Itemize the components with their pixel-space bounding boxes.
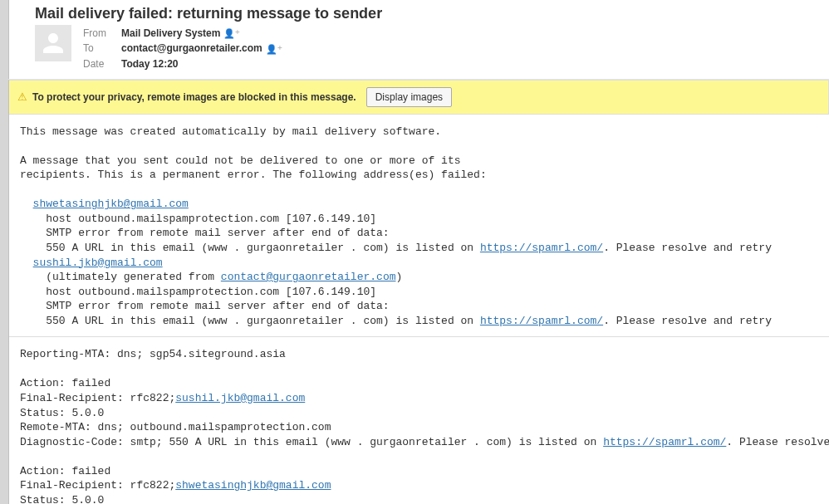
failure-err-post-2: . Please resolve and retry [603, 315, 772, 327]
date-value: Today 12:20 [121, 57, 289, 71]
avatar [35, 25, 71, 61]
failed-address-link-1[interactable]: shwetasinghjkb@gmail.com [33, 198, 189, 210]
report-diag-pre-1: Diagnostic-Code: smtp; 550 A URL in this… [20, 436, 603, 448]
report-status-2: Status: 5.0.0 [20, 494, 104, 504]
report-recip-link-2[interactable]: shwetasinghjkb@gmail.com [175, 479, 331, 492]
from-label: From [83, 27, 120, 40]
failure-smtp-2: SMTP error from remote mail server after… [20, 300, 390, 312]
body-intro-2: A message that you sent could not be del… [20, 154, 461, 167]
spamrl-link-1[interactable]: https://spamrl.com/ [480, 242, 603, 254]
message-subject: Mail delivery failed: returning message … [35, 5, 817, 22]
report-status-1: Status: 5.0.0 [20, 407, 104, 419]
failure-host-2: host outbound.mailspamprotection.com [10… [20, 286, 376, 298]
failure-gen-pre-2: (ultimately generated from [20, 271, 221, 283]
to-value: contact@gurgaonretailer.com👤⁺ [121, 42, 289, 55]
privacy-text: To protect your privacy, remote images a… [32, 91, 356, 103]
to-label: To [83, 42, 120, 55]
failed-address-link-2[interactable]: sushil.jkb@gmail.com [33, 257, 163, 269]
reporting-mta: Reporting-MTA: dns; sgp54.siteground.asi… [20, 348, 286, 360]
report-recip-link-1[interactable]: sushil.jkb@gmail.com [175, 392, 305, 404]
from-value: Mail Delivery System👤⁺ [121, 27, 289, 40]
report-body: Reporting-MTA: dns; sgp54.siteground.asi… [8, 337, 829, 504]
failure-gen-post-2: ) [395, 271, 402, 283]
display-images-button[interactable]: Display images [366, 87, 452, 107]
add-contact-icon-to[interactable]: 👤⁺ [266, 44, 282, 55]
failure-smtp-1: SMTP error from remote mail server after… [20, 227, 390, 239]
spamrl-link-2[interactable]: https://spamrl.com/ [480, 315, 603, 327]
privacy-warning-bar: ⚠ To protect your privacy, remote images… [8, 80, 829, 115]
report-recip-pre-1: Final-Recipient: rfc822; [20, 392, 175, 404]
report-action-1: Action: failed [20, 377, 110, 389]
date-label: Date [83, 57, 120, 71]
report-recip-pre-2: Final-Recipient: rfc822; [20, 479, 175, 492]
report-remote-1: Remote-MTA: dns; outbound.mailspamprotec… [20, 421, 331, 433]
spamrl-link-3[interactable]: https://spamrl.com/ [603, 436, 726, 448]
report-diag-post-1: . Please resolve and retry [726, 436, 829, 448]
body-intro-3: recipients. This is a permanent error. T… [20, 169, 487, 181]
generated-from-link[interactable]: contact@gurgaonretailer.com [221, 271, 396, 283]
add-contact-icon-from[interactable]: 👤⁺ [223, 28, 240, 39]
failure-err-pre-2: 550 A URL in this email (www . gurgaonre… [20, 315, 480, 327]
failure-host-1: host outbound.mailspamprotection.com [10… [20, 213, 376, 225]
report-action-2: Action: failed [20, 465, 110, 477]
person-icon [38, 28, 68, 58]
body-intro-1: This message was created automatically b… [20, 125, 441, 138]
failure-err-pre-1: 550 A URL in this email (www . gurgaonre… [20, 242, 480, 254]
message-body: This message was created automatically b… [8, 115, 829, 337]
message-header: Mail delivery failed: returning message … [8, 0, 829, 80]
warning-icon: ⚠ [17, 91, 27, 103]
failure-err-post-1: . Please resolve and retry [603, 242, 772, 254]
